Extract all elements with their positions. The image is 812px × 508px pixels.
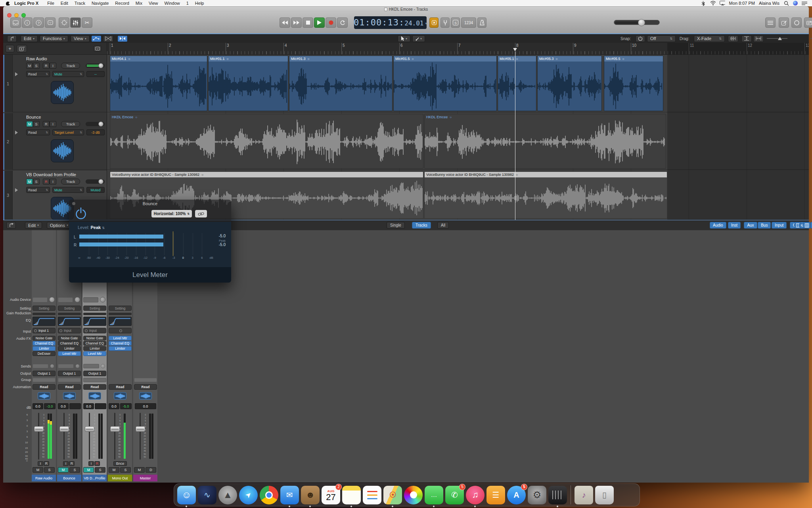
mixer-strip-1[interactable]: SettingInput 1Noise GateChannel EQLimite… [32,230,56,481]
master-bypass-button[interactable] [429,17,439,28]
input-monitor-button[interactable]: I [50,179,56,185]
menu-user[interactable]: Alaina Wis [759,1,779,6]
fx-slot-level-mtr[interactable]: Level Mtr [58,351,81,356]
dock-icon-logic[interactable] [548,486,567,504]
dock-icon-safari[interactable]: ➤ [239,486,258,504]
snap-select[interactable]: Off⇅ [647,35,676,42]
setting-button[interactable]: Setting [109,306,132,311]
eq-thumbnail[interactable] [33,317,56,326]
bar-ruler[interactable]: 12345678910111213 [107,43,809,55]
track-volume-slider[interactable] [86,64,105,68]
setting-button[interactable]: Setting [58,306,81,311]
automation-mode-button[interactable]: Read [109,384,132,390]
strip-mute-button[interactable]: M [83,467,94,473]
record-button[interactable] [326,17,336,28]
solo-button[interactable]: S [33,121,40,127]
duplicate-track-button[interactable] [17,45,27,52]
mixer-tab-tracks[interactable]: Tracks [412,222,431,229]
plugin-power-icon[interactable] [75,207,87,220]
secondary-tool-button[interactable]: ▾ [412,35,425,42]
audio-device-knob[interactable] [75,297,80,302]
audio-device-box[interactable] [58,297,73,302]
strip-solo-button[interactable]: S [69,467,80,473]
menu-item-window[interactable]: Window [165,1,180,6]
automation-toggle-icon[interactable] [91,35,102,42]
group-slot[interactable] [58,378,81,382]
plugin-header[interactable]: Bounce Horizontal: 100%⇅ [69,200,231,222]
note-pad-icon[interactable] [779,17,789,28]
media-browser-icon[interactable] [804,17,812,28]
channel-fader[interactable]: 03691215182124303540455060 [58,413,81,460]
strip-i-button[interactable]: I [88,461,94,466]
strip-solo-button[interactable]: D [146,467,156,473]
pan-balance-icon[interactable] [63,392,76,400]
forward-button[interactable] [291,17,302,28]
stop-button[interactable] [303,17,313,28]
dock-icon-musicfolder[interactable]: ♪ [575,486,593,504]
mixer-filter-bus[interactable]: Bus [758,222,771,229]
input-monitor-button[interactable]: I [50,63,56,69]
fx-slot-limiter[interactable]: Limiter [58,346,81,351]
automation-mode-select[interactable]: Read⇅ [26,71,50,77]
quick-help-icon[interactable]: ? [33,17,44,28]
add-track-button[interactable]: + [6,45,14,52]
strip-mute-button[interactable]: M [33,467,43,473]
dock-icon-finder[interactable]: ☺ [177,486,196,504]
audio-region[interactable]: Mic#04.1○ [110,56,207,111]
pan-balance-icon[interactable] [38,392,50,400]
flex-crossfade-icon[interactable] [103,35,113,42]
eq-thumbnail[interactable] [58,317,81,326]
level-meter-plugin-window[interactable]: Bounce Horizontal: 100%⇅ Level: Peak ⇅ L… [69,200,231,283]
strip-mute-button[interactable]: M [58,467,69,473]
menu-app-name[interactable]: Logic Pro X [14,1,38,6]
menu-item-edit[interactable]: Edit [61,1,68,6]
input-monitor-button[interactable]: I [50,121,56,127]
automation-mode-button[interactable]: Read [134,384,157,390]
metronome-button[interactable] [477,17,486,28]
audio-region[interactable]: Mic#01.3○ [289,56,393,111]
fx-slot-noise-gate[interactable]: Noise Gate [58,336,81,341]
catch-playhead-icon[interactable] [117,35,128,42]
strip-r-button[interactable]: R [44,461,49,466]
input-select[interactable]: Input 1 [33,328,56,333]
dock-icon-preferences[interactable]: ⚙ [528,486,546,504]
sends-slot[interactable] [58,364,74,368]
mixer-filter-mastervca[interactable]: Master/VCA [810,222,812,229]
lcd-display[interactable]: 01:00:13:24.01▾ [354,16,427,29]
master-volume-knob[interactable] [638,19,645,26]
automation-mode-button[interactable]: Read [83,384,106,390]
audio-region[interactable]: Mic#05.1○ [498,56,536,111]
close-button[interactable] [7,13,11,17]
fx-slot-deesser[interactable]: DeEsser [33,351,56,356]
eq-thumbnail[interactable] [83,317,106,326]
dock-icon-chrome[interactable] [260,486,278,504]
solo-button[interactable]: S [33,63,40,69]
dock-icon-siri[interactable]: ∿ [198,486,216,504]
track-volume-slider[interactable] [86,179,105,184]
automation-mode-select[interactable]: Read⇅ [26,129,50,135]
dock-icon-messages[interactable]: … [425,486,443,504]
cycle-button[interactable] [337,17,348,28]
input-select[interactable]: Input [58,328,81,333]
audio-region[interactable]: VoiceBunny voice actor ID BH8Q9UC - Samp… [424,171,667,219]
spotlight-icon[interactable] [783,1,789,6]
strip-mute-button[interactable]: M [109,467,119,473]
menu-item-track[interactable]: Track [75,1,85,6]
lcd-chevron-icon[interactable]: ▾ [425,21,427,25]
audio-device-knob[interactable] [49,297,55,302]
menu-item-navigate[interactable]: Navigate [92,1,109,6]
vertical-zoom-slider[interactable] [767,36,787,41]
rewind-button[interactable] [280,17,290,28]
mixer-narrow-view-icon[interactable] [803,222,810,229]
mixer-filter-audio[interactable]: Audio [710,222,726,229]
library-icon[interactable] [10,17,21,28]
menu-item-view[interactable]: View [149,1,158,6]
pointer-tool-button[interactable]: ▾ [398,35,410,42]
automation-param-select[interactable]: Mute⇅ [52,71,84,77]
dock-icon-maps[interactable]: ⦿ [383,486,402,504]
strip-r-button[interactable]: R [94,461,100,466]
plugin-link-icon[interactable] [195,210,207,217]
dock-icon-launchpad[interactable]: ▲ [218,486,237,504]
list-editors-icon[interactable] [765,17,776,28]
pan-balance-icon[interactable] [88,392,101,400]
